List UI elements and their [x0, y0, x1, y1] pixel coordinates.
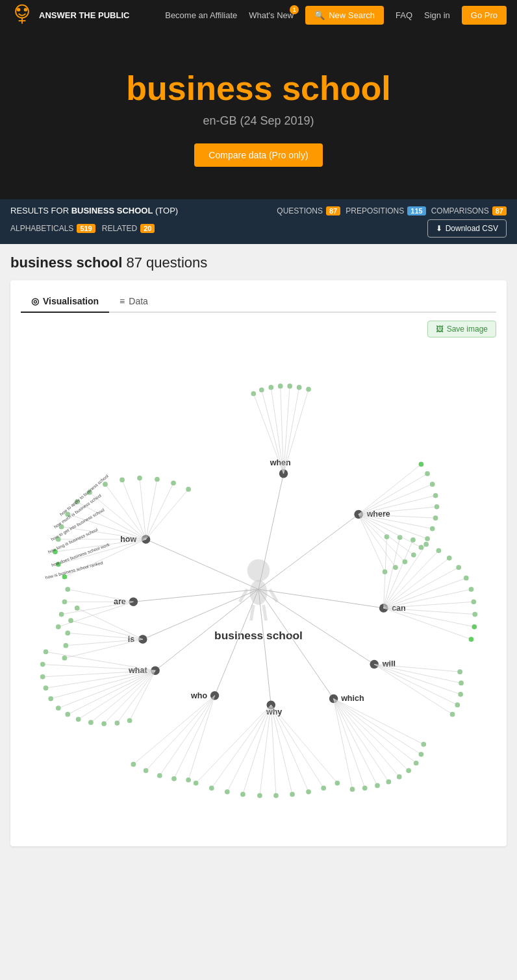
svg-point-134 — [335, 781, 340, 786]
compare-data-button[interactable]: Compare data (Pro only) — [194, 143, 322, 167]
svg-point-224 — [393, 565, 398, 570]
svg-point-222 — [403, 559, 408, 565]
affiliate-link[interactable]: Become an Affiliate — [165, 10, 237, 20]
svg-line-10 — [264, 605, 266, 620]
svg-line-40 — [146, 489, 188, 539]
svg-point-189 — [436, 548, 442, 553]
svg-point-183 — [464, 576, 469, 581]
logo: ANSWER THE PUBLIC — [10, 3, 129, 27]
svg-line-232 — [284, 387, 299, 474]
search-icon: 🔍 — [314, 10, 325, 20]
svg-point-78 — [40, 662, 45, 667]
alphabeticals-tab[interactable]: ALPHABETICALS 519 — [10, 224, 95, 233]
svg-point-212 — [433, 515, 438, 521]
svg-line-148 — [334, 699, 409, 771]
svg-point-69 — [68, 618, 73, 623]
related-tab[interactable]: RELATED 20 — [102, 224, 155, 233]
svg-line-225 — [359, 514, 385, 572]
svg-point-52 — [56, 624, 61, 630]
whats-new-wrap: What's New 1 — [249, 9, 294, 21]
svg-line-203 — [359, 474, 427, 515]
svg-point-107 — [157, 773, 162, 778]
svg-point-111 — [186, 778, 191, 783]
svg-point-33 — [120, 478, 125, 483]
save-image-button[interactable]: 🖼 Save image — [427, 321, 496, 337]
svg-line-34 — [140, 478, 146, 539]
svg-point-1 — [17, 8, 20, 11]
svg-text:who: who — [190, 691, 207, 700]
svg-point-243 — [251, 391, 256, 397]
download-icon: ⬇ — [436, 224, 442, 233]
svg-point-5 — [247, 559, 270, 582]
svg-line-150 — [334, 699, 416, 763]
svg-point-109 — [171, 776, 177, 781]
whats-new-link[interactable]: What's New — [249, 10, 294, 20]
svg-line-131 — [271, 705, 323, 788]
new-search-button[interactable]: 🔍 New Search — [305, 6, 384, 25]
svg-point-179 — [471, 599, 476, 604]
svg-line-11 — [146, 539, 258, 589]
results-label: RESULTS FOR BUSINESS SCHOOL (TOP) — [10, 206, 270, 215]
svg-line-223 — [359, 514, 396, 567]
section-title: business school 87 questions — [10, 254, 507, 271]
svg-point-195 — [397, 535, 403, 540]
svg-point-6 — [250, 580, 268, 606]
svg-point-54 — [59, 612, 64, 617]
signin-link[interactable]: Sign in — [424, 10, 450, 20]
svg-line-110 — [188, 696, 214, 780]
svg-point-149 — [406, 768, 411, 773]
go-pro-button[interactable]: Go Pro — [462, 6, 507, 25]
svg-text:is: is — [128, 635, 134, 644]
logo-icon — [10, 3, 34, 27]
svg-line-172 — [384, 608, 472, 639]
svg-point-80 — [40, 674, 45, 680]
svg-point-41 — [186, 487, 191, 492]
branch-is: is — [62, 589, 258, 661]
svg-line-217 — [359, 514, 421, 547]
svg-line-152 — [334, 699, 422, 755]
svg-point-126 — [273, 793, 279, 798]
svg-line-57 — [68, 589, 133, 602]
svg-line-242 — [253, 394, 283, 474]
comparisons-tab[interactable]: COMPARISONS 87 — [431, 206, 507, 215]
svg-point-120 — [225, 789, 230, 794]
svg-line-184 — [384, 567, 459, 608]
branch-what: what — [40, 589, 258, 726]
svg-point-2 — [24, 8, 27, 11]
download-csv-button[interactable]: ⬇ Download CSV — [427, 219, 507, 238]
svg-point-122 — [240, 792, 246, 797]
svg-line-133 — [271, 705, 337, 783]
svg-point-162 — [455, 702, 460, 707]
svg-point-153 — [419, 752, 424, 757]
prepositions-tab[interactable]: PREPOSITIONS 115 — [346, 206, 425, 215]
faq-link[interactable]: FAQ — [396, 10, 412, 20]
questions-tab[interactable]: QUESTIONS 87 — [277, 206, 340, 215]
svg-line-188 — [384, 550, 439, 608]
svg-line-230 — [284, 389, 309, 474]
svg-point-226 — [383, 569, 388, 574]
svg-point-132 — [321, 785, 326, 790]
hero-section: business school en-GB (24 Sep 2019) Comp… — [0, 30, 517, 199]
svg-point-94 — [101, 721, 107, 726]
svg-point-241 — [259, 387, 264, 393]
svg-line-36 — [146, 479, 157, 539]
data-tab[interactable]: ≡ Data — [109, 291, 158, 313]
branch-when: when — [251, 384, 310, 589]
svg-line-53 — [62, 602, 134, 614]
svg-point-88 — [65, 712, 70, 717]
branch-can: can — [258, 534, 477, 642]
svg-line-97 — [130, 670, 155, 720]
visualisation-tab[interactable]: ◎ Visualisation — [21, 291, 109, 313]
svg-point-204 — [425, 471, 430, 476]
branch-where: where — [258, 462, 439, 589]
svg-text:which: which — [340, 694, 364, 703]
svg-point-160 — [450, 712, 455, 717]
svg-point-220 — [411, 552, 416, 557]
svg-point-214 — [430, 526, 435, 532]
svg-point-56 — [62, 599, 68, 604]
svg-point-173 — [469, 637, 474, 642]
results-tab-group: QUESTIONS 87 PREPOSITIONS 115 COMPARISON… — [277, 206, 507, 215]
navbar-links: Become an Affiliate What's New 1 🔍 New S… — [142, 6, 507, 25]
svg-line-215 — [359, 514, 427, 539]
svg-point-65 — [63, 643, 68, 648]
